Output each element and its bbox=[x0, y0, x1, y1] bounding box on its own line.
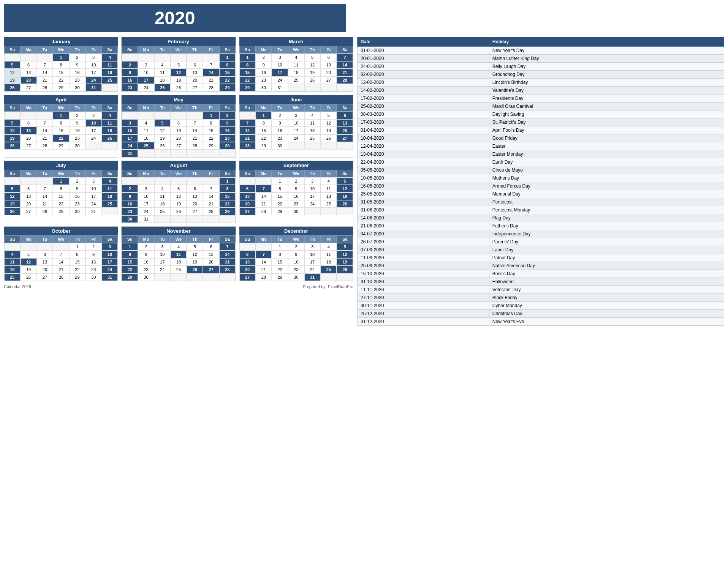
day-cell bbox=[203, 54, 219, 61]
holiday-name: Easter bbox=[489, 142, 724, 150]
holiday-name: Halloween bbox=[489, 278, 724, 286]
day-cell: 29 bbox=[239, 84, 256, 91]
day-header-we: We bbox=[53, 46, 69, 54]
month-header: March bbox=[239, 37, 353, 46]
day-cell: 13 bbox=[171, 127, 187, 134]
day-header-th: Th bbox=[304, 235, 321, 243]
holiday-name: Pentecost Monday bbox=[489, 206, 724, 214]
day-cell: 13 bbox=[320, 61, 337, 69]
holiday-row: 21-06-2020Father's Day bbox=[358, 222, 724, 230]
day-cell: 30 bbox=[69, 142, 85, 150]
date-header: Date bbox=[358, 37, 489, 47]
day-cell: 9 bbox=[219, 119, 236, 127]
day-header-tu: Tu bbox=[154, 46, 171, 54]
day-cell: 30 bbox=[288, 273, 304, 281]
day-header-we: We bbox=[288, 170, 304, 177]
calendar-grid: JanuarySuMoTuWeThFrSa1234567891011121314… bbox=[4, 37, 353, 281]
day-cell: 21 bbox=[53, 266, 69, 273]
day-cell: 3 bbox=[304, 243, 321, 251]
day-cell: 7 bbox=[53, 251, 69, 258]
day-cell bbox=[219, 150, 236, 157]
holiday-name: Patriot Day bbox=[489, 254, 724, 262]
day-cell bbox=[154, 177, 171, 185]
day-cell: 6 bbox=[239, 251, 256, 258]
day-header-su: Su bbox=[122, 235, 138, 243]
day-cell: 9 bbox=[255, 61, 272, 69]
day-cell: 19 bbox=[187, 258, 203, 266]
day-cell: 1 bbox=[53, 177, 69, 185]
day-cell: 14 bbox=[37, 69, 53, 76]
holiday-name: Independence Day bbox=[489, 230, 724, 238]
day-cell: 1 bbox=[53, 54, 69, 61]
day-cell: 8 bbox=[239, 61, 256, 69]
day-header-fr: Fr bbox=[203, 104, 219, 112]
day-header-tu: Tu bbox=[272, 170, 288, 177]
day-cell: 27 bbox=[21, 84, 37, 91]
day-header-fr: Fr bbox=[85, 104, 102, 112]
day-cell: 24 bbox=[138, 84, 154, 91]
day-cell: 3 bbox=[85, 54, 102, 61]
month-header: September bbox=[239, 161, 353, 170]
day-cell: 28 bbox=[37, 84, 53, 91]
day-cell bbox=[187, 54, 203, 61]
holiday-row: 14-02-2020Valentine's Day bbox=[358, 87, 724, 95]
holiday-date: 12-04-2020 bbox=[358, 142, 489, 150]
holiday-row: 10-05-2020Mother's Day bbox=[358, 174, 724, 182]
day-cell: 29 bbox=[255, 142, 272, 150]
day-cell: 24 bbox=[138, 208, 154, 215]
day-cell bbox=[337, 84, 353, 91]
day-cell: 8 bbox=[203, 119, 219, 127]
day-cell: 2 bbox=[288, 243, 304, 251]
day-cell: 14 bbox=[203, 69, 219, 76]
day-cell: 26 bbox=[304, 76, 321, 84]
day-cell: 5 bbox=[154, 119, 171, 127]
holiday-name: Martin Luther King Day bbox=[489, 55, 724, 63]
day-cell: 25 bbox=[154, 208, 171, 215]
day-cell: 27 bbox=[37, 273, 53, 281]
day-cell: 9 bbox=[138, 251, 154, 258]
day-header-tu: Tu bbox=[37, 46, 53, 54]
day-cell: 27 bbox=[21, 142, 37, 150]
day-cell: 1 bbox=[203, 112, 219, 119]
day-cell: 2 bbox=[288, 177, 304, 185]
day-cell: 11 bbox=[320, 251, 337, 258]
day-cell: 13 bbox=[239, 258, 256, 266]
day-header-su: Su bbox=[4, 170, 21, 177]
day-cell: 26 bbox=[320, 134, 337, 142]
day-cell bbox=[154, 150, 171, 157]
day-cell: 12 bbox=[187, 251, 203, 258]
day-cell: 11 bbox=[320, 185, 337, 192]
day-header-sa: Sa bbox=[337, 46, 353, 54]
holiday-date: 25-02-2020 bbox=[358, 103, 489, 110]
day-cell: 6 bbox=[320, 54, 337, 61]
day-cell: 21 bbox=[203, 200, 219, 208]
month-header: April bbox=[4, 95, 118, 104]
day-header-mo: Mo bbox=[21, 170, 37, 177]
holiday-row: 12-04-2020Easter bbox=[358, 142, 724, 150]
day-cell: 6 bbox=[21, 185, 37, 192]
day-header-su: Su bbox=[4, 235, 21, 243]
holiday-row: 02-02-2020Groundhog Day bbox=[358, 71, 724, 79]
day-cell: 16 bbox=[69, 127, 85, 134]
day-cell bbox=[138, 150, 154, 157]
holiday-table: Date Holiday 01-01-2020New Year's Day20-… bbox=[357, 37, 724, 326]
day-cell: 14 bbox=[37, 127, 53, 134]
month-september: SeptemberSuMoTuWeThFrSa12345678910111213… bbox=[239, 161, 353, 223]
day-cell: 22 bbox=[69, 266, 85, 273]
day-cell: 27 bbox=[337, 134, 353, 142]
day-cell: 24 bbox=[304, 266, 321, 273]
day-cell bbox=[203, 215, 219, 223]
day-cell bbox=[255, 243, 272, 251]
holiday-name: Armed Forces Day bbox=[489, 182, 724, 190]
day-cell: 13 bbox=[21, 69, 37, 76]
day-header-su: Su bbox=[239, 235, 256, 243]
day-cell: 26 bbox=[171, 208, 187, 215]
day-header-th: Th bbox=[304, 46, 321, 54]
holiday-name: Boss's Day bbox=[489, 270, 724, 278]
day-cell: 10 bbox=[122, 127, 138, 134]
month-header: February bbox=[122, 37, 235, 46]
day-cell: 25 bbox=[102, 134, 118, 142]
day-cell: 16 bbox=[219, 127, 236, 134]
day-cell: 19 bbox=[4, 76, 21, 84]
day-cell: 18 bbox=[102, 127, 118, 134]
